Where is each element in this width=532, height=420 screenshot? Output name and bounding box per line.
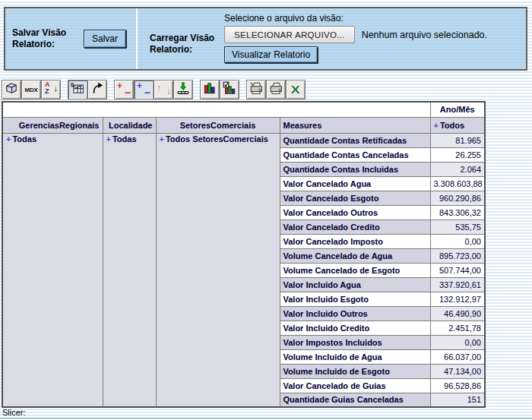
measure-label: Valor Incluido Esgoto [280,292,430,306]
save-view-label: Salvar Visão Relatorio: [12,27,78,50]
bar-chart-icon [203,81,217,98]
parent-members-icon: 0 [71,81,84,98]
olap-navigator-button[interactable] [2,80,21,99]
excel-icon: X [291,84,300,96]
measure-value: 2.451,78 [430,321,485,335]
measure-label: Valor Incluido Agua [280,277,430,292]
swap-axes-button[interactable] [87,80,107,99]
drill-position-button[interactable]: + − [134,80,154,99]
chart-config-button[interactable] [220,80,239,99]
load-view-section: Carregar Visão Relatorio: Selecione o ar… [138,8,526,69]
load-view-label: Carregar Visão Relatorio: [150,33,221,55]
column-axis-title: Ano/Mês [430,102,485,117]
member-localidade-todas[interactable]: +Todas [103,133,156,407]
slicer-label: Slicer: [2,408,26,417]
mdx-icon: MDX [25,87,38,93]
measure-label: Valor Cancelado de Guias [280,378,430,393]
expand-icon[interactable]: + [160,134,164,144]
pivot-table-container: Ano/Mês GerenciasRegionais Localidade Se… [2,101,486,408]
save-view-section: Salvar Visão Relatorio: Salvar [5,8,136,69]
file-prompt-label: Selecione o arquivo da visão: [224,13,487,24]
drill-replace-button[interactable]: ↑ ↓ [154,80,173,99]
measure-value: 843.306,32 [430,205,485,219]
expand-icon[interactable]: + [434,121,439,130]
measure-value: 46.490,90 [430,306,485,321]
cube-icon [5,81,18,98]
measure-label: Quantidade Guias Canceladas [280,393,430,407]
corner-cell [2,102,430,117]
measure-label: Quantidade Contas Canceladas [280,147,430,162]
green-arrow-table-icon [176,81,190,98]
measure-label: Valor Impostos Incluidos [280,335,430,349]
header-measures: Measures [280,117,430,133]
header-localidade: Localidade [103,117,156,133]
measure-label: Volume Incluido de Esgoto [280,364,430,378]
report-view-panel: Salvar Visão Relatorio: Salvar Carregar … [4,7,527,71]
show-chart-button[interactable] [200,80,220,99]
measure-value: 96.528,86 [430,378,485,393]
measure-value: 2.064 [430,162,485,176]
mdx-editor-button[interactable]: MDX [21,80,41,99]
measure-label: Valor Incluido Outros [280,306,430,321]
red-plus-minus-icon: + − [117,83,131,96]
printer-icon [269,81,283,98]
export-excel-button[interactable]: X [286,80,306,99]
measure-value: 132.912,97 [430,292,485,306]
measure-value: 535,75 [430,219,485,234]
measure-label: Valor Cancelado Agua [280,176,430,191]
measure-label: Quantidade Contas Retificadas [280,133,430,147]
measure-value: 895.723,00 [430,248,485,263]
measure-label: Valor Cancelado Outros [280,205,430,219]
bottom-divider [0,418,532,418]
measure-label: Valor Cancelado Esgoto [280,191,430,205]
measure-label: Quantidade Contas Incluidas [280,162,430,176]
swap-axes-icon [90,81,104,98]
blue-plus-minus-icon: + − [137,83,150,96]
measure-value: 81.965 [430,133,485,147]
print-pdf-button[interactable] [266,80,286,99]
bar-chart-check-icon [223,81,236,98]
save-button[interactable]: Salvar [84,30,126,48]
pivot-table: Ano/Mês GerenciasRegionais Localidade Se… [2,101,486,408]
measure-label: Volume Cancelado de Esgoto [280,263,430,277]
drill-through-button[interactable] [173,80,193,99]
file-input-row: SELECIONAR ARQUIVO... Nenhum arquivo sel… [224,26,487,43]
measure-label: Valor Incluido Credito [280,321,430,335]
header-setores-comerciais: SetoresComerciais [156,117,280,133]
measure-label: Volume Incluido de Agua [280,349,430,364]
pivot-toolbar: MDX A Z ↓ 0 + − + [2,80,306,99]
member-setores-todos[interactable]: +Todos SetoresComerciais [156,133,280,407]
measure-value: 47.134,00 [430,364,485,378]
measure-value: 66.037,00 [430,349,485,364]
view-report-button[interactable]: Visualizar Relatorio [224,46,318,63]
expand-icon[interactable]: + [6,134,11,144]
measure-label: Valor Cancelado Imposto [280,234,430,248]
print-config-button[interactable] [246,80,266,99]
sort-az-icon: A Z ↓ [44,82,58,97]
measure-value: 960.290,86 [430,191,485,205]
measure-value: 507.744,00 [430,263,485,277]
show-parent-members-button[interactable]: 0 [68,80,87,99]
select-file-button[interactable]: SELECIONAR ARQUIVO... [224,26,355,43]
load-view-controls: Selecione o arquivo da visão: SELECIONAR… [224,13,487,63]
measure-label: Valor Cancelado Credito [280,219,430,234]
printer-config-icon [249,81,263,98]
sort-button[interactable]: A Z ↓ [41,80,61,99]
column-member-todos[interactable]: +Todos [430,117,485,133]
expand-icon[interactable]: + [106,134,111,144]
page: Salvar Visão Relatorio: Salvar Carregar … [0,0,532,420]
measure-label: Volume Cancelado de Agua [280,248,430,263]
measure-value: 0,00 [430,234,485,248]
member-gerencias-todas[interactable]: +Todas [2,133,103,407]
measure-value: 3.308.603,88 [430,176,485,191]
measure-value: 337.920,61 [430,277,485,292]
measure-value: 26.255 [430,147,485,162]
file-status-text: Nenhum arquivo selecionado. [362,30,487,40]
table-row: +Todas +Todas +Todos SetoresComerciais Q… [2,133,485,147]
measure-value: 151 [430,393,485,407]
header-gerencias-regionais: GerenciasRegionais [2,117,103,133]
measure-value: 0,00 [430,335,485,349]
drill-member-button[interactable]: + − [114,80,134,99]
up-down-arrows-icon: ↑ ↓ [157,83,169,96]
